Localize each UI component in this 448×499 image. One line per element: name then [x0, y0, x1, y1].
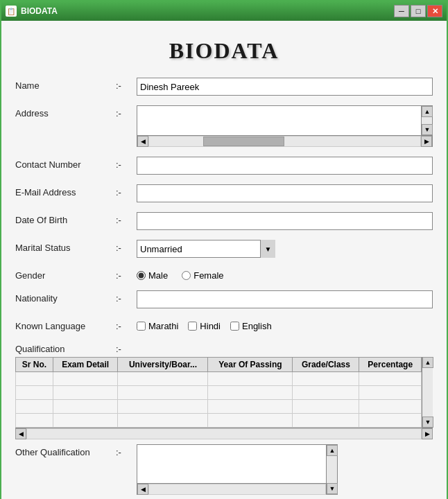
gender-label: Gender [15, 268, 116, 281]
other-qual-container: ▲ ▼ ◀ ▶ [137, 444, 338, 495]
other-qual-h-scroll: ◀ ▶ [137, 483, 337, 494]
table-row [16, 372, 422, 386]
table-scroll-up[interactable]: ▲ [422, 357, 433, 368]
other-qual-scrollbar-v: ▲ ▼ [326, 445, 337, 494]
address-row: Address :- ▲ ▼ ◀ [15, 105, 433, 147]
lang-hindi-option[interactable]: Hindi [188, 321, 221, 331]
table-header-row: Sr No. Exam Detail University/Boar... Ye… [16, 358, 422, 372]
name-row: Name :- [15, 78, 433, 96]
main-window: 📋 BIODATA ─ □ ✕ BIODATA Name :- Address … [0, 0, 448, 499]
h-scroll-thumb [203, 137, 284, 146]
table-scroll-down[interactable]: ▼ [422, 417, 433, 428]
table-row [16, 414, 422, 428]
table-scroll-area: Sr No. Exam Detail University/Boar... Ye… [15, 357, 422, 428]
window-title: BIODATA [21, 6, 58, 16]
other-qual-label: Other Qualification [15, 444, 116, 457]
col-percentage: Percentage [359, 358, 422, 372]
lang-marathi-checkbox[interactable] [137, 322, 146, 331]
marital-select[interactable]: Unmarried Married Divorced Widowed [137, 240, 275, 258]
app-icon: 📋 [6, 6, 17, 17]
marital-sep: :- [116, 240, 137, 253]
scroll-down-btn[interactable]: ▼ [422, 124, 433, 135]
col-sr-no: Sr No. [16, 358, 53, 372]
name-label: Name [15, 78, 116, 91]
col-university: University/Boar... [118, 358, 208, 372]
qualification-sep: :- [116, 341, 137, 354]
form-section: Name :- Address :- ▲ [15, 78, 433, 495]
qual-table-wrapper: Sr No. Exam Detail University/Boar... Ye… [15, 357, 433, 428]
contact-label: Contact Number [15, 157, 116, 170]
table-scrollbar-v: ▲ ▼ [422, 357, 433, 428]
dob-row: Date Of Birth :- [15, 212, 433, 230]
scroll-right-btn[interactable]: ▶ [421, 136, 432, 147]
table-h-track [26, 428, 422, 439]
gender-female-radio[interactable] [182, 271, 191, 280]
other-qual-control: ▲ ▼ ◀ ▶ [137, 444, 433, 495]
lang-english-checkbox[interactable] [230, 322, 239, 331]
contact-sep: :- [116, 157, 137, 170]
name-sep: :- [116, 78, 137, 91]
address-control: ▲ ▼ ◀ ▶ [137, 105, 433, 147]
table-h-scrollbar: ◀ ▶ [15, 428, 433, 439]
gender-control: Male Female [137, 268, 433, 281]
address-input[interactable] [137, 106, 432, 134]
maximize-button[interactable]: □ [411, 5, 426, 17]
qualification-header-row: Qualification :- [15, 341, 433, 354]
other-qual-input[interactable] [137, 445, 337, 483]
col-year: Year Of Passing [208, 358, 293, 372]
contact-input[interactable] [137, 157, 433, 175]
gender-male-radio[interactable] [137, 271, 146, 280]
qualification-label: Qualification [15, 341, 116, 354]
name-input[interactable] [137, 78, 433, 96]
dob-label: Date Of Birth [15, 212, 116, 225]
language-label: Known Language [15, 318, 116, 331]
other-qual-sep: :- [116, 444, 137, 457]
address-scrollbar-v: ▲ ▼ [421, 106, 432, 135]
qualification-table: Sr No. Exam Detail University/Boar... Ye… [15, 357, 422, 428]
other-scroll-left[interactable]: ◀ [137, 484, 148, 495]
address-label: Address [15, 105, 116, 119]
name-control [137, 78, 433, 96]
gender-female-option[interactable]: Female [182, 270, 223, 281]
marital-label: Marital Status [15, 240, 116, 253]
email-input[interactable] [137, 184, 433, 202]
nationality-sep: :- [116, 290, 137, 304]
address-sep: :- [116, 105, 137, 119]
gender-row: Gender :- Male Female [15, 268, 433, 281]
lang-english-option[interactable]: English [230, 321, 272, 331]
address-textarea-container: ▲ ▼ ◀ ▶ [137, 105, 433, 147]
lang-hindi-label: Hindi [200, 321, 221, 331]
other-qual-row: Other Qualification :- ▲ ▼ [15, 444, 433, 495]
scroll-left-btn[interactable]: ◀ [137, 136, 148, 147]
gender-radio-group: Male Female [137, 268, 433, 281]
col-exam: Exam Detail [53, 358, 118, 372]
language-row: Known Language :- Marathi Hindi [15, 318, 433, 331]
language-sep: :- [116, 318, 137, 331]
gender-male-option[interactable]: Male [137, 270, 168, 281]
close-button[interactable]: ✕ [427, 5, 442, 17]
lang-marathi-option[interactable]: Marathi [137, 321, 178, 331]
marital-row: Marital Status :- Unmarried Married Divo… [15, 240, 433, 258]
form-content: BIODATA Name :- Address :- [1, 21, 447, 499]
window-controls: ─ □ ✕ [394, 5, 442, 17]
other-scroll-down[interactable]: ▼ [327, 483, 338, 494]
nationality-input[interactable] [137, 290, 433, 308]
email-control [137, 184, 433, 202]
dob-input[interactable] [137, 212, 433, 230]
scroll-up-btn[interactable]: ▲ [422, 106, 433, 117]
gender-sep: :- [116, 268, 137, 281]
lang-english-label: English [242, 321, 272, 331]
table-scroll-right[interactable]: ▶ [422, 428, 433, 439]
title-bar: 📋 BIODATA ─ □ ✕ [1, 1, 447, 21]
language-checkbox-group: Marathi Hindi English [137, 318, 433, 331]
gender-male-label: Male [148, 270, 168, 281]
marital-dropdown-container: Unmarried Married Divorced Widowed ▼ [137, 240, 275, 258]
col-grade: Grade/Class [293, 358, 359, 372]
other-scroll-up[interactable]: ▲ [327, 445, 338, 456]
lang-hindi-checkbox[interactable] [188, 322, 197, 331]
dob-sep: :- [116, 212, 137, 225]
table-v-track [422, 368, 433, 417]
email-label: E-Mail Address [15, 184, 116, 198]
minimize-button[interactable]: ─ [394, 5, 409, 17]
table-scroll-left[interactable]: ◀ [15, 428, 26, 439]
